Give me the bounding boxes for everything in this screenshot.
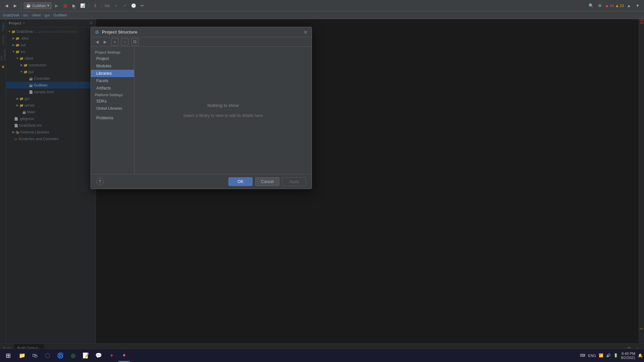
taskbar-chrome[interactable]: ◎ (67, 350, 79, 362)
platform-settings-label: Platform Settings (91, 92, 134, 98)
taskbar-intellij[interactable]: ✦ (118, 350, 130, 362)
taskbar-speaker-icon[interactable]: 🔊 (606, 353, 611, 358)
dialog-back-btn[interactable]: ◀ (94, 39, 100, 45)
run-coverage-button[interactable]: ▶̲ (70, 2, 78, 9)
dialog-cancel-btn[interactable]: Cancel (255, 177, 279, 186)
taskbar-lang[interactable]: ENG (588, 354, 596, 358)
warn-count-area[interactable]: ▲ 23 (615, 3, 624, 8)
taskbar-start-button[interactable]: ⊞ (1, 350, 15, 362)
taskbar-date: 8/2/2021 (621, 356, 635, 360)
run-config-label: GuiMain (32, 4, 46, 8)
project-settings-label: Project Settings (91, 49, 134, 55)
dialog-fwd-btn[interactable]: ▶ (102, 39, 108, 45)
run-config-combo[interactable]: ☕ GuiMain ▾ (24, 2, 52, 9)
select-hint: Select a library to view or edit its det… (183, 113, 263, 118)
project-structure-dialog: ⚙ Project Structure ✕ ◀ ▶ + − ⧉ Project … (91, 27, 312, 189)
dialog-title-bar: ⚙ Project Structure ✕ (91, 27, 312, 37)
dialog-main-content: Nothing to show Select a library to view… (135, 47, 312, 174)
dialog-apply-btn[interactable]: Apply (282, 177, 306, 186)
nothing-to-show: Nothing to show (207, 103, 238, 108)
dialog-add-btn[interactable]: + (111, 38, 118, 46)
breadcrumb-guimain[interactable]: GuiMain (53, 13, 67, 17)
expand-button[interactable]: ▲ (625, 2, 633, 9)
dialog-item-problems[interactable]: Problems (91, 114, 134, 122)
combo-arrow: ▾ (47, 3, 49, 8)
settings-button[interactable]: ⚙ (596, 2, 604, 9)
taskbar-time: 8:49 PM (621, 352, 635, 356)
git-checkmark1[interactable]: ✓ (112, 2, 120, 9)
dialog-item-global-libraries[interactable]: Global Libraries (91, 105, 134, 112)
error-count: 44 (610, 4, 614, 8)
warn-count: 23 (620, 4, 624, 8)
error-triangle-icon: ▲ (605, 3, 609, 8)
run-config-icon: ☕ (26, 3, 31, 8)
dialog-title-icon: ⚙ (95, 29, 99, 35)
taskbar-whatsapp[interactable]: 💬 (93, 350, 105, 362)
taskbar-apps: 📁 🛍 ⬡ 🌀 ◎ 📝 💬 ✦ ✦ (16, 350, 130, 362)
breadcrumb: GrabDesk › src › client › gui › GuiMain (0, 11, 644, 19)
dialog-item-modules[interactable]: Modules (91, 62, 134, 70)
toolbar: ◀ ▶ ☕ GuiMain ▾ ▶ 🐞 ▶̲ 📊 ⇩ Git: ✓ ✓ 🕐 ↩ … (0, 0, 644, 11)
sep3 (101, 3, 102, 9)
dialog-item-facets[interactable]: Facets (91, 77, 134, 84)
taskbar-app6[interactable]: ✦ (105, 350, 117, 362)
taskbar: ⊞ 📁 🛍 ⬡ 🌀 ◎ 📝 💬 ✦ ✦ ⌨ ENG 📶 🔊 🔋 8:49 PM … (0, 349, 644, 362)
dialog-item-artifacts[interactable]: Artifacts (91, 84, 134, 92)
dialog-overlay: ⚙ Project Structure ✕ ◀ ▶ + − ⧉ Project … (0, 19, 644, 349)
taskbar-edge[interactable]: 🌀 (54, 350, 66, 362)
vcs-update-button[interactable]: ⇩ (92, 2, 99, 9)
taskbar-battery-icon: 🔋 (613, 353, 618, 358)
git-checkmark2[interactable]: ✓ (121, 2, 128, 9)
sep-bc2: › (30, 13, 31, 17)
error-count-area[interactable]: ▲ 44 (605, 3, 614, 8)
dialog-sidebar: Project Settings Project Modules Librari… (91, 47, 135, 174)
breadcrumb-client[interactable]: client (32, 13, 41, 17)
git-label: Git: (105, 4, 110, 8)
sep-bc4: › (51, 13, 52, 17)
sep2 (89, 3, 89, 9)
dialog-close-button[interactable]: ✕ (304, 29, 308, 35)
dialog-ok-btn[interactable]: OK (228, 177, 253, 186)
taskbar-file-explorer[interactable]: 📁 (16, 350, 28, 362)
taskbar-right: ⌨ ENG 📶 🔊 🔋 8:49 PM 8/2/2021 🔔 (580, 352, 643, 360)
dialog-copy-btn[interactable]: ⧉ (131, 38, 139, 46)
sep-bc3: › (42, 13, 43, 17)
dialog-title-text: Project Structure (102, 29, 304, 35)
dialog-body: Project Settings Project Modules Librari… (91, 47, 312, 174)
dialog-item-sdks[interactable]: SDKs (91, 98, 134, 105)
dialog-nav: ◀ ▶ + − ⧉ (91, 37, 312, 47)
breadcrumb-grabdesk[interactable]: GrabDesk (3, 13, 19, 17)
taskbar-notification-icon[interactable]: 🔔 (638, 353, 643, 358)
taskbar-onenote[interactable]: 📝 (80, 350, 92, 362)
dialog-item-project[interactable]: Project (91, 55, 134, 62)
breadcrumb-src[interactable]: src (23, 13, 28, 17)
search-everywhere-button[interactable]: 🔍 (588, 2, 595, 9)
taskbar-store[interactable]: 🛍 (29, 350, 41, 362)
forward-button[interactable]: ▶ (11, 2, 19, 9)
warn-triangle-icon: ▲ (615, 3, 619, 8)
dialog-footer: ? OK Cancel Apply (91, 174, 312, 189)
sep-bc1: › (21, 13, 22, 17)
git-undo[interactable]: ↩ (139, 2, 146, 9)
dialog-help-btn[interactable]: ? (96, 178, 104, 185)
taskbar-keyboard-icon[interactable]: ⌨ (580, 353, 585, 358)
toolbar-right: 🔍 ⚙ ▲ 44 ▲ 23 ▲ ▼ (588, 2, 641, 9)
sep1 (21, 3, 21, 9)
taskbar-wifi-icon: 📶 (599, 353, 603, 358)
dialog-item-libraries[interactable]: Libraries (91, 70, 134, 77)
run-button[interactable]: ▶ (53, 2, 60, 9)
collapse-button[interactable]: ▼ (634, 2, 641, 9)
back-button[interactable]: ◀ (3, 2, 10, 9)
breadcrumb-gui[interactable]: gui (45, 13, 50, 17)
debug-button[interactable]: 🐞 (62, 2, 69, 9)
taskbar-clock[interactable]: 8:49 PM 8/2/2021 (621, 352, 635, 360)
git-clock[interactable]: 🕐 (130, 2, 137, 9)
taskbar-vscode[interactable]: ⬡ (42, 350, 54, 362)
profile-button[interactable]: 📊 (79, 2, 87, 9)
dialog-remove-btn[interactable]: − (121, 38, 128, 46)
